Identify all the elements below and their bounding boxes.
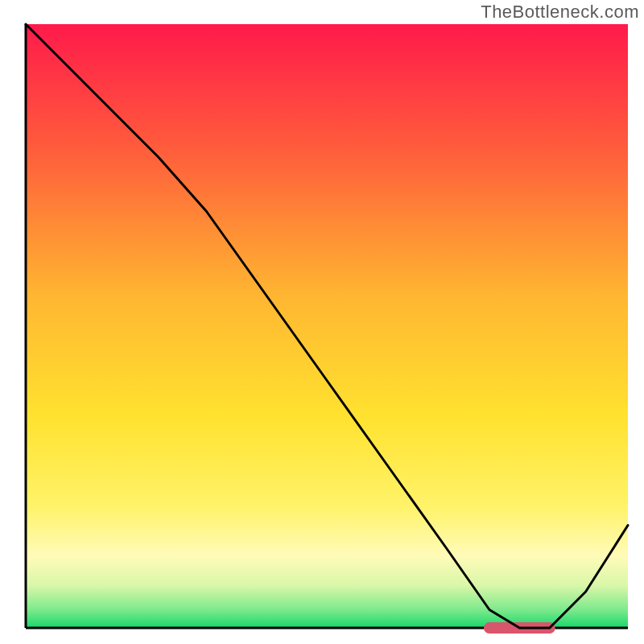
watermark-text: TheBottleneck.com — [481, 2, 639, 23]
bottleneck-chart — [0, 0, 644, 644]
